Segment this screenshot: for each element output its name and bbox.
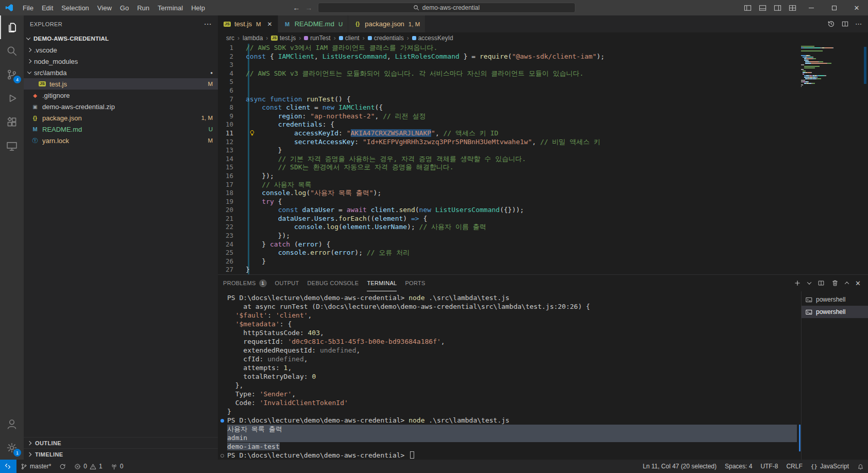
toggle-panel-icon[interactable] <box>755 4 770 12</box>
encoding-status[interactable]: UTF-8 <box>756 460 782 473</box>
line-number[interactable]: 6 <box>218 86 239 95</box>
line-number[interactable]: 10 <box>218 120 239 129</box>
line-number[interactable]: 24 <box>218 240 239 249</box>
maximize-panel-icon[interactable] <box>845 282 849 286</box>
line-number[interactable]: 16 <box>218 172 239 181</box>
indentation-status[interactable]: Spaces: 4 <box>721 460 756 473</box>
explorer-item-readme.md[interactable]: MREADME.mdU <box>24 124 218 135</box>
breadcrumb-item-test.js[interactable]: JStest.js <box>271 34 296 42</box>
explorer-item-demo-aws-credential.zip[interactable]: ▣demo-aws-credential.zip <box>24 101 218 112</box>
line-number[interactable]: 7 <box>218 95 239 104</box>
code-line-6[interactable]: 6 <box>218 86 868 95</box>
terminal-instance-1[interactable]: powershell <box>802 293 868 306</box>
code-line-4[interactable]: 4// AWS SDK v3 클라이언트는 모듈화되어 있습니다. 각 서비스마… <box>218 69 868 78</box>
code-line-3[interactable]: 3 <box>218 61 868 69</box>
code-line-18[interactable]: 18 console.log("사용자 목록 출력"); <box>218 189 868 198</box>
close-panel-icon[interactable]: ✕ <box>855 279 861 287</box>
back-button[interactable]: ← <box>293 4 300 12</box>
menu-item-run[interactable]: Run <box>133 3 154 13</box>
line-number[interactable]: 18 <box>218 189 239 198</box>
remote-indicator[interactable] <box>0 460 16 473</box>
git-sync-button[interactable] <box>55 460 70 473</box>
line-number[interactable]: 25 <box>218 249 239 257</box>
breadcrumb-item-runtest[interactable]: runTest <box>304 34 330 42</box>
more-actions-icon[interactable]: ⋯ <box>855 20 862 28</box>
activity-search[interactable] <box>0 39 24 63</box>
line-number[interactable]: 15 <box>218 163 239 172</box>
line-number[interactable]: 9 <box>218 112 239 121</box>
line-number[interactable]: 5 <box>218 78 239 86</box>
code-line-26[interactable]: 26 } <box>218 257 868 266</box>
code-line-9[interactable]: 9 region: "ap-northeast-2", // 리전 설정 <box>218 112 868 121</box>
explorer-item-node-modules[interactable]: node_modules <box>24 56 218 67</box>
activity-source-control[interactable]: 4 <box>0 63 24 86</box>
activity-explorer[interactable] <box>0 15 24 39</box>
code-line-13[interactable]: 13 } <box>218 146 868 155</box>
split-terminal-icon[interactable] <box>818 279 825 287</box>
code-line-25[interactable]: 25 console.error(error); // 오류 처리 <box>218 249 868 257</box>
explorer-item-src-lambda[interactable]: src\lambda● <box>24 67 218 78</box>
line-number[interactable]: 3 <box>218 61 239 69</box>
explorer-item-package.json[interactable]: {}package.json1, M <box>24 112 218 124</box>
tab-readme.md[interactable]: MREADME.mdU <box>278 15 349 32</box>
code-line-14[interactable]: 14 // 기본 자격 증명을 사용하는 경우, 자격 증명 객체를 생략할 수… <box>218 155 868 164</box>
broadcast-status[interactable]: 0 <box>107 460 128 473</box>
menu-item-edit[interactable]: Edit <box>38 3 57 13</box>
line-number[interactable]: 22 <box>218 223 239 232</box>
activity-run-debug[interactable] <box>0 86 24 110</box>
cursor-position[interactable]: Ln 11, Col 47 (20 selected) <box>639 460 721 473</box>
code-line-24[interactable]: 24 } catch (error) { <box>218 240 868 249</box>
terminal-output[interactable]: PS D:\docs\lecture\demo\demo-aws-credent… <box>218 291 801 460</box>
line-number[interactable]: 20 <box>218 206 239 215</box>
breadcrumb-item-src[interactable]: src <box>226 34 234 42</box>
customize-layout-icon[interactable] <box>785 4 800 12</box>
outline-section[interactable]: OUTLINE <box>24 437 218 448</box>
panel-tab-problems[interactable]: PROBLEMS1 <box>223 275 267 291</box>
code-line-2[interactable]: 2const { IAMClient, ListUsersCommand, Li… <box>218 52 868 61</box>
line-number[interactable]: 17 <box>218 181 239 189</box>
explorer-item-test.js[interactable]: JStest.jsM <box>24 78 218 90</box>
line-number[interactable]: 23 <box>218 232 239 240</box>
code-editor[interactable]: 1// AWS SDK v3에서 IAM 클라이언트 클래스를 가져옵니다.2c… <box>218 44 868 274</box>
forward-button[interactable]: → <box>305 4 313 12</box>
git-branch-status[interactable]: master* <box>16 460 55 473</box>
code-line-12[interactable]: 12 secretAccessKey: "Id+KEFPVgHRHh3zwzq3… <box>218 138 868 147</box>
terminal-scrollbar[interactable] <box>799 425 801 451</box>
code-line-16[interactable]: 16 }); <box>218 172 868 181</box>
line-number[interactable]: 11 <box>218 129 239 138</box>
toggle-secondary-sidebar-icon[interactable] <box>770 4 785 12</box>
code-line-8[interactable]: 8 const client = new IAMClient({ <box>218 103 868 112</box>
language-mode[interactable]: {} JavaScript <box>807 460 853 473</box>
maximize-button[interactable] <box>823 0 845 15</box>
panel-tab-terminal[interactable]: TERMINAL <box>367 275 397 291</box>
panel-tab-debug-console[interactable]: DEBUG CONSOLE <box>308 275 359 291</box>
menu-item-selection[interactable]: Selection <box>57 3 93 13</box>
line-number[interactable]: 1 <box>218 44 239 52</box>
code-line-22[interactable]: 22 console.log(element.UserName); // 사용자… <box>218 223 868 232</box>
explorer-item-yarn.lock[interactable]: Ⓨyarn.lockM <box>24 135 218 146</box>
panel-tab-ports[interactable]: PORTS <box>405 275 425 291</box>
new-terminal-icon[interactable] <box>794 279 801 287</box>
line-number[interactable]: 21 <box>218 215 239 223</box>
code-line-21[interactable]: 21 dataUser.Users.forEach((element) => { <box>218 215 868 223</box>
close-button[interactable]: ✕ <box>845 0 868 15</box>
menu-item-help[interactable]: Help <box>187 3 209 13</box>
activity-account[interactable] <box>0 412 24 436</box>
line-number[interactable]: 2 <box>218 52 239 61</box>
activity-extensions[interactable] <box>0 110 24 134</box>
line-number[interactable]: 13 <box>218 146 239 155</box>
line-number[interactable]: 8 <box>218 103 239 112</box>
minimap[interactable] <box>801 46 859 87</box>
tab-test.js[interactable]: JStest.jsM✕ <box>218 15 278 32</box>
notifications-bell[interactable] <box>853 460 868 473</box>
problems-status[interactable]: 0 1 <box>70 460 106 473</box>
eol-status[interactable]: CRLF <box>782 460 806 473</box>
line-number[interactable]: 12 <box>218 138 239 147</box>
kill-terminal-icon[interactable] <box>831 279 839 287</box>
breadcrumb-item-accesskeyid[interactable]: accessKeyId <box>412 34 453 42</box>
code-line-20[interactable]: 20 const dataUser = await client.send(ne… <box>218 206 868 215</box>
command-decoration-icon[interactable] <box>220 419 224 423</box>
command-placeholder-icon[interactable] <box>220 454 224 458</box>
line-number[interactable]: 14 <box>218 155 239 164</box>
toggle-sidebar-icon[interactable] <box>740 4 755 12</box>
